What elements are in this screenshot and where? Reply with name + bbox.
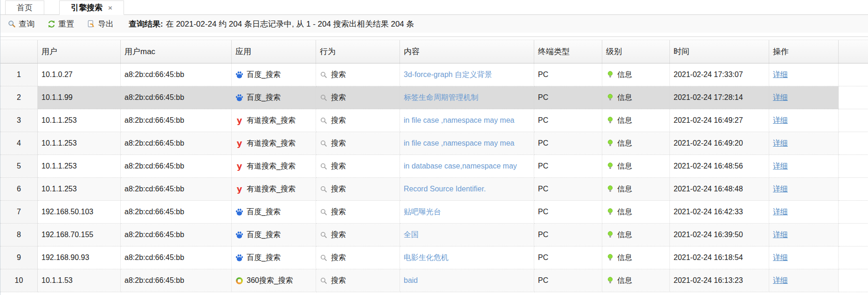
filler-cell (839, 224, 868, 246)
column-header-行为[interactable]: 行为 (316, 40, 400, 63)
filler-cell (839, 63, 868, 86)
content-cell: Record Source Identifier. (400, 178, 534, 201)
table-row[interactable]: 10 10.1.1.53 a8:2b:cd:66:45:bb 360搜索_搜索 … (0, 269, 868, 292)
column-header-用户[interactable]: 用户 (38, 40, 121, 63)
查询-button[interactable]: 查询 (8, 19, 34, 29)
app-cell: y 有道搜索_搜索 (232, 155, 316, 178)
time-cell: 2021-02-24 16:18:54 (670, 246, 769, 269)
column-header-用户mac[interactable]: 用户mac (121, 40, 232, 63)
filler-cell (839, 132, 868, 155)
table-row[interactable]: 2 10.1.1.99 a8:2b:cd:66:45:bb 百度_搜索 搜索 标… (0, 86, 868, 109)
table-row[interactable]: 3 10.1.1.253 a8:2b:cd:66:45:bb y 有道搜索_搜索… (0, 109, 868, 132)
terminal-type-cell: PC (534, 132, 602, 155)
tab-label: 首页 (17, 2, 33, 13)
action-cell: 详细 (769, 178, 839, 201)
content-link[interactable]: 标签生命周期管理机制 (404, 93, 478, 103)
user-cell: 10.1.1.253 (38, 132, 121, 155)
level-label: 信息 (617, 116, 632, 126)
row-number-cell: 8 (0, 224, 38, 246)
level-cell: 信息 (602, 86, 670, 109)
column-header-应用[interactable]: 应用 (232, 40, 316, 63)
youdao-icon: y (235, 162, 243, 170)
table-top-strip (0, 36, 868, 40)
content-link[interactable]: Record Source Identifier. (404, 185, 486, 193)
row-number-cell: 5 (0, 155, 38, 178)
time-cell: 2021-02-24 16:13:23 (670, 269, 769, 292)
detail-link[interactable]: 详细 (773, 70, 788, 80)
user-mac-cell: a8:2b:cd:66:45:bb (121, 201, 232, 224)
time-cell: 2021-02-24 16:39:50 (670, 224, 769, 246)
baidu-icon (235, 208, 243, 216)
table-body: 1 10.1.0.27 a8:2b:cd:66:45:bb 百度_搜索 搜索 3… (0, 63, 868, 292)
detail-link[interactable]: 详细 (773, 139, 788, 148)
content-link[interactable]: in database case,namespace may (404, 162, 517, 170)
导出-button[interactable]: 导出 (87, 19, 114, 29)
close-icon[interactable]: × (108, 4, 112, 11)
behavior-label: 搜索 (331, 162, 346, 171)
user-cell: 10.1.1.253 (38, 155, 121, 178)
action-cell: 详细 (769, 155, 839, 178)
重置-button[interactable]: 重置 (48, 19, 74, 29)
detail-link[interactable]: 详细 (773, 253, 788, 263)
table-row[interactable]: 5 10.1.1.253 a8:2b:cd:66:45:bb y 有道搜索_搜索… (0, 155, 868, 178)
behavior-label: 搜索 (331, 184, 346, 194)
detail-link[interactable]: 详细 (773, 116, 788, 126)
column-header-内容[interactable]: 内容 (400, 40, 534, 63)
app-cell: 360搜索_搜索 (232, 269, 316, 292)
content-link[interactable]: in file case ,namespace may mea (404, 139, 514, 148)
app-cell: 百度_搜索 (232, 63, 316, 86)
filler-cell (839, 201, 868, 224)
table-row[interactable]: 8 192.168.70.155 a8:2b:cd:66:45:bb 百度_搜索… (0, 224, 868, 246)
detail-link[interactable]: 详细 (773, 276, 788, 286)
table-row[interactable]: 6 10.1.1.253 a8:2b:cd:66:45:bb y 有道搜索_搜索… (0, 178, 868, 201)
detail-link[interactable]: 详细 (773, 162, 788, 171)
column-header-终端类型[interactable]: 终端类型 (534, 40, 602, 63)
app-label: 有道搜索_搜索 (247, 162, 296, 171)
row-number-cell: 9 (0, 246, 38, 269)
level-label: 信息 (617, 184, 632, 194)
row-number-cell: 6 (0, 178, 38, 201)
column-header-时间[interactable]: 时间 (670, 40, 769, 63)
app-label: 百度_搜索 (247, 70, 281, 80)
filler-cell (839, 109, 868, 132)
table-row[interactable]: 7 192.168.50.103 a8:2b:cd:66:45:bb 百度_搜索… (0, 201, 868, 224)
column-header-级别[interactable]: 级别 (602, 40, 670, 63)
app-label: 百度_搜索 (247, 207, 281, 217)
content-cell: in file case ,namespace may mea (400, 132, 534, 155)
user-mac-cell: a8:2b:cd:66:45:bb (121, 224, 232, 246)
tab-首页[interactable]: 首页 × (5, 0, 44, 15)
time-cell: 2021-02-24 16:49:27 (670, 109, 769, 132)
level-cell: 信息 (602, 178, 670, 201)
tab-bar: 首页 × 引擎搜索 × (0, 0, 868, 15)
table-row[interactable]: 9 192.168.90.93 a8:2b:cd:66:45:bb 百度_搜索 … (0, 246, 868, 269)
content-link[interactable]: in file case ,namespace may mea (404, 116, 514, 125)
content-link[interactable]: 3d-force-graph 自定义背景 (404, 70, 492, 80)
table-row[interactable]: 1 10.1.0.27 a8:2b:cd:66:45:bb 百度_搜索 搜索 3… (0, 63, 868, 86)
content-link[interactable]: 电影生化危机 (404, 253, 448, 263)
table-row[interactable]: 4 10.1.1.253 a8:2b:cd:66:45:bb y 有道搜索_搜索… (0, 132, 868, 155)
bulb-icon (606, 208, 614, 216)
content-link[interactable]: 全国 (404, 230, 419, 240)
level-cell: 信息 (602, 132, 670, 155)
button-label: 查询 (19, 19, 34, 29)
content-cell: 贴吧曝光台 (400, 201, 534, 224)
detail-link[interactable]: 详细 (773, 93, 788, 103)
content-link[interactable]: 贴吧曝光台 (404, 207, 441, 217)
app-label: 360搜索_搜索 (247, 276, 293, 286)
column-header-操作[interactable]: 操作 (769, 40, 839, 63)
detail-link[interactable]: 详细 (773, 207, 788, 217)
user-cell: 192.168.90.93 (38, 246, 121, 269)
search-color-icon (8, 20, 16, 28)
column-header-rownum (0, 40, 38, 63)
time-cell: 2021-02-24 16:48:48 (670, 178, 769, 201)
user-mac-cell: a8:2b:cd:66:45:bb (121, 63, 232, 86)
time-cell: 2021-02-24 17:28:14 (670, 86, 769, 109)
detail-link[interactable]: 详细 (773, 230, 788, 240)
level-cell: 信息 (602, 224, 670, 246)
row-number-cell: 2 (0, 86, 38, 109)
content-link[interactable]: baid (404, 276, 418, 285)
button-label: 导出 (98, 19, 114, 29)
detail-link[interactable]: 详细 (773, 184, 788, 194)
tab-引擎搜索[interactable]: 引擎搜索 × (59, 0, 124, 15)
baidu-icon (235, 231, 243, 239)
